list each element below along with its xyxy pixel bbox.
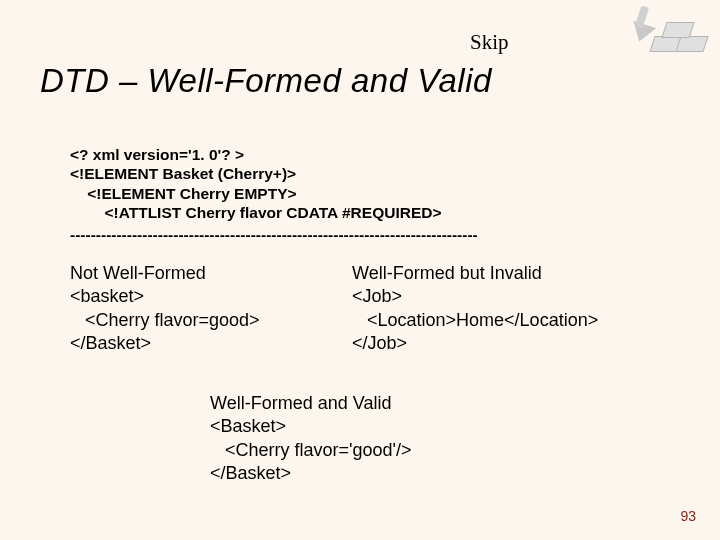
example-well-formed-invalid: Well-Formed but Invalid <Job> <Location>… [352, 262, 598, 356]
dtd-line-4: <!ATTLIST Cherry flavor CDATA #REQUIRED> [70, 204, 441, 221]
example-well-formed-valid: Well-Formed and Valid <Basket> <Cherry f… [210, 392, 411, 486]
ex-left-line-2: <Cherry flavor=good> [70, 310, 260, 330]
page-number: 93 [680, 508, 696, 524]
ex-right-heading: Well-Formed but Invalid [352, 263, 542, 283]
ex-left-line-3: </Basket> [70, 333, 151, 353]
ex-right-line-2: <Location>Home</Location> [352, 310, 598, 330]
slide-title: DTD – Well-Formed and Valid [40, 62, 492, 100]
dtd-line-1: <? xml version='1. 0'? > [70, 146, 244, 163]
ex-bottom-line-3: </Basket> [210, 463, 291, 483]
ex-right-line-3: </Job> [352, 333, 407, 353]
ex-right-line-1: <Job> [352, 286, 402, 306]
example-not-well-formed: Not Well-Formed <basket> <Cherry flavor=… [70, 262, 260, 356]
skip-link[interactable]: Skip [470, 30, 509, 55]
ex-bottom-line-1: <Basket> [210, 416, 286, 436]
dtd-definition: <? xml version='1. 0'? > <!ELEMENT Baske… [70, 145, 441, 223]
bricks-trowel-icon [608, 4, 698, 64]
dtd-line-2: <!ELEMENT Basket (Cherry+)> [70, 165, 296, 182]
divider-line: ----------------------------------------… [70, 226, 478, 244]
ex-left-heading: Not Well-Formed [70, 263, 206, 283]
ex-bottom-line-2: <Cherry flavor='good'/> [210, 440, 411, 460]
ex-bottom-heading: Well-Formed and Valid [210, 393, 391, 413]
dtd-line-3: <!ELEMENT Cherry EMPTY> [70, 185, 297, 202]
ex-left-line-1: <basket> [70, 286, 144, 306]
